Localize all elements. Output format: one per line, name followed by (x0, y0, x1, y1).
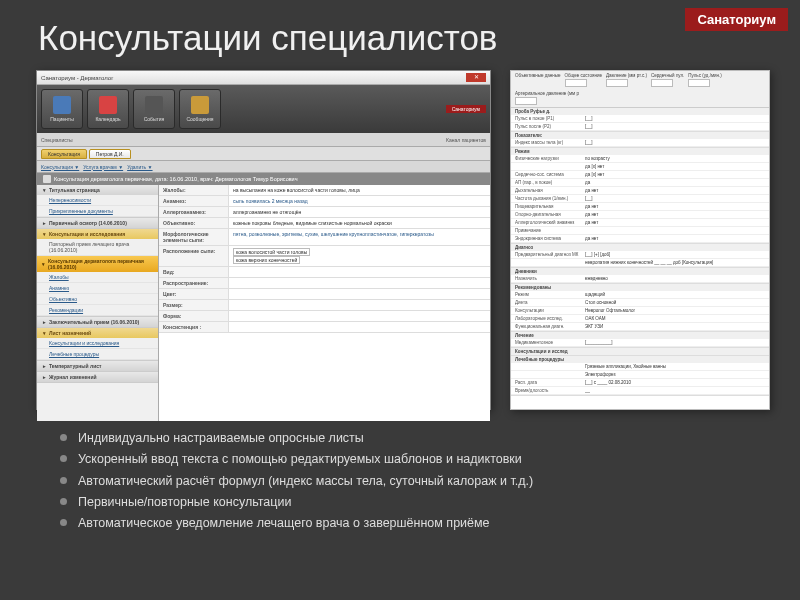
field-value[interactable]: сыпь появилась 2 месяца назад (229, 196, 490, 206)
form-row[interactable]: Пульс после (P2)[__] (511, 123, 769, 131)
row-value[interactable]: да нет (585, 212, 765, 217)
field-value[interactable] (229, 300, 490, 310)
toolbar-messages-button[interactable]: Сообщения (179, 89, 221, 129)
row-value[interactable]: Электрофорез (585, 372, 765, 377)
row-value[interactable]: да нет (585, 220, 765, 225)
form-row[interactable]: да [x] нет (511, 163, 769, 171)
row-value[interactable] (585, 228, 765, 233)
form-row[interactable]: Расп. дата[__] с ____ 02.08.2010 (511, 379, 769, 387)
field-value[interactable]: кожа волосистой части головыкожа верхних… (229, 246, 490, 266)
row-value[interactable]: [__] [+] [доб] (585, 252, 765, 257)
row-value[interactable]: да нет (585, 204, 765, 209)
sidebar-item[interactable]: Рекомендации (37, 305, 158, 316)
sidebar-appointments[interactable]: ▾Лист назначений (37, 328, 158, 338)
vitals-input[interactable] (651, 79, 673, 87)
sidebar-title-page[interactable]: ▾Титульная страница (37, 185, 158, 195)
row-value[interactable]: __ (585, 388, 765, 393)
form-row[interactable]: Дыхательнаяда нет (511, 187, 769, 195)
form-row[interactable]: Лабораторные исслед.ОАК ОАМ (511, 315, 769, 323)
form-row[interactable]: Сердечно-сос. системада [x] нет (511, 171, 769, 179)
sidebar-item[interactable]: Жалобы (37, 272, 158, 283)
field-value[interactable] (229, 322, 490, 332)
row-value[interactable]: ЭКГ УЗИ (585, 324, 765, 329)
form-row[interactable]: Пищеварительнаяда нет (511, 203, 769, 211)
vitals-input[interactable] (515, 97, 537, 105)
form-row[interactable]: Индекс массы тела (кг)[__] (511, 139, 769, 147)
row-value[interactable]: ежедневно (585, 276, 765, 281)
row-value[interactable]: [__] (585, 196, 765, 201)
sidebar-consultations[interactable]: ▾Консультации и исследования (37, 229, 158, 239)
form-row[interactable]: Назначитьежедневно (511, 275, 769, 283)
sidebar-item[interactable]: Консультации и исследования (37, 338, 158, 349)
subtab-delete[interactable]: Удалить ▼ (127, 164, 152, 170)
sidebar-final-exam[interactable]: ▸Заключительный прием (16.06.2010) (37, 317, 158, 327)
row-value[interactable]: да (585, 180, 765, 185)
row-value[interactable]: [__________] (585, 340, 765, 345)
tab-consultation[interactable]: Консультация (41, 149, 87, 159)
vitals-input[interactable] (688, 79, 710, 87)
row-value[interactable]: да [x] нет (585, 172, 765, 177)
form-row[interactable]: Эндокринная системада нет (511, 235, 769, 243)
field-value[interactable] (229, 311, 490, 321)
form-row[interactable]: Функциональная диагн.ЭКГ УЗИ (511, 323, 769, 331)
toolbar-events-button[interactable]: События (133, 89, 175, 129)
close-icon[interactable]: ✕ (466, 73, 486, 82)
form-row[interactable]: невропатия нижних конечностей __ __ __ д… (511, 259, 769, 267)
form-row[interactable]: КонсультацииНевролог Офтальмолог (511, 307, 769, 315)
sidebar-item[interactable]: Непереносимости (37, 195, 158, 206)
sidebar-item[interactable]: Лечебные процедуры (37, 349, 158, 360)
field-value[interactable]: пятна, розеолезные, эритемы, сухие, шелу… (229, 229, 490, 245)
field-value[interactable]: на высыпания на коже волосистой части го… (229, 185, 490, 195)
toolbar-patients-button[interactable]: Пациенты (41, 89, 83, 129)
subtab-service[interactable]: Услуга врачам ▼ (83, 164, 123, 170)
row-value[interactable]: да нет (585, 188, 765, 193)
field-value[interactable] (229, 278, 490, 288)
sidebar-item[interactable]: Повторный прием лечащего врача (16.06.20… (37, 239, 158, 256)
row-value[interactable]: да [x] нет (585, 164, 765, 169)
field-value[interactable]: кожные покровы бледные, видимые слизисты… (229, 218, 490, 228)
row-value[interactable]: [__] (585, 124, 765, 129)
row-value[interactable]: [__] с ____ 02.08.2010 (585, 380, 765, 385)
sidebar-item[interactable]: Прикрепленные документы (37, 206, 158, 217)
field-value[interactable] (229, 289, 490, 299)
form-row[interactable]: Грязевые аппликации, Хвойные ванны (511, 363, 769, 371)
sidebar-primary-exam[interactable]: ▸Первичный осмотр (14.06.2010) (37, 218, 158, 228)
row-value[interactable]: невропатия нижних конечностей __ __ __ д… (585, 260, 765, 265)
vitals-input[interactable] (565, 79, 587, 87)
form-row[interactable]: Физические нагрузкипо возрасту (511, 155, 769, 163)
form-row[interactable]: Аллергологический анамнезда нет (511, 219, 769, 227)
form-row[interactable]: Предварительный диагноз МК[__] [+] [доб] (511, 251, 769, 259)
field-value[interactable] (229, 267, 490, 277)
form-row[interactable]: ДиетаСтол основной (511, 299, 769, 307)
form-row[interactable]: Частота дыхания (1/мин.)[__] (511, 195, 769, 203)
row-value[interactable]: [__] (585, 140, 765, 145)
row-value[interactable]: по возрасту (585, 156, 765, 161)
vitals-input[interactable] (606, 79, 628, 87)
form-row[interactable]: Пульс в покое (P1)[__] (511, 115, 769, 123)
form-row[interactable]: Опорно-двигательнаяда нет (511, 211, 769, 219)
sidebar-item[interactable]: Объективно (37, 294, 158, 305)
form-row[interactable]: Время/длогость__ (511, 387, 769, 395)
row-value[interactable]: ОАК ОАМ (585, 316, 765, 321)
row-value[interactable]: да нет (585, 236, 765, 241)
row-value[interactable]: Стол основной (585, 300, 765, 305)
form-row[interactable]: Электрофорез (511, 371, 769, 379)
row-label: Индекс массы тела (кг) (515, 140, 585, 145)
toolbar-calendar-button[interactable]: Календарь (87, 89, 129, 129)
form-row[interactable]: Медикаментозное[__________] (511, 339, 769, 347)
row-value[interactable]: Невролог Офтальмолог (585, 308, 765, 313)
form-row[interactable]: АП (пар., в покое)да (511, 179, 769, 187)
form-row[interactable]: Примечание (511, 227, 769, 235)
row-value[interactable]: щадящий (585, 292, 765, 297)
tabs-row: Консультация Петров Д.И. (37, 147, 490, 161)
sidebar-temp-sheet[interactable]: ▸Температурный лист (37, 361, 158, 371)
subtab-consultation[interactable]: Консультация ▼ (41, 164, 79, 170)
sidebar-item-selected[interactable]: ▾Консультация дерматолога первичная (16.… (37, 256, 158, 272)
row-value[interactable]: [__] (585, 116, 765, 121)
row-value[interactable]: Грязевые аппликации, Хвойные ванны (585, 364, 765, 369)
field-value[interactable]: аллергоанамнез не отягощён (229, 207, 490, 217)
sidebar-item[interactable]: Анамнез (37, 283, 158, 294)
form-row[interactable]: Режимщадящий (511, 291, 769, 299)
tab-patient[interactable]: Петров Д.И. (89, 149, 131, 159)
sidebar-change-log[interactable]: ▸Журнал изменений (37, 372, 158, 382)
